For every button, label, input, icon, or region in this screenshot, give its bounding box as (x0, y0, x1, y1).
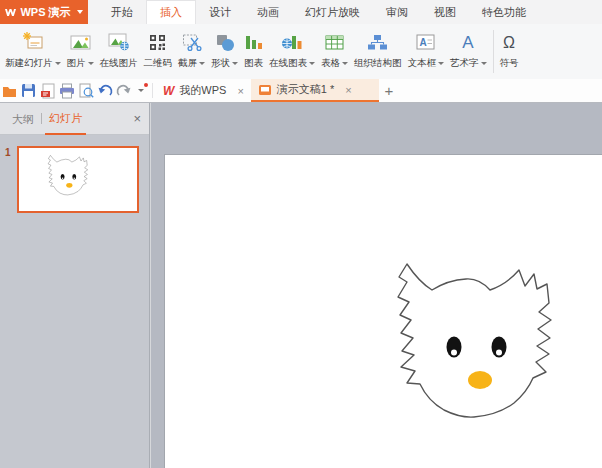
ribbon-button-label: 形状 (211, 57, 230, 70)
ribbon-button-label: 图表 (244, 57, 263, 70)
file-menu-button[interactable] (0, 79, 19, 102)
chevron-down-icon (88, 62, 94, 65)
menu-tab-special-features[interactable]: 特色功能 (469, 0, 539, 24)
ribbon-button-label: 符号 (500, 57, 519, 70)
menu-tab-label: 审阅 (386, 5, 408, 20)
print-preview-button[interactable] (76, 79, 95, 102)
ribbon-button-label: 二维码 (144, 57, 173, 70)
menu-tab-label: 设计 (209, 5, 231, 20)
ribbon-button-label: 在线图片 (100, 57, 138, 70)
tab-label: 我的WPS (179, 83, 226, 98)
menu-tab-review[interactable]: 审阅 (373, 0, 421, 24)
print-preview-icon (78, 83, 94, 99)
qr-code-icon (149, 29, 166, 55)
chevron-down-icon (232, 62, 238, 65)
table-button[interactable]: 表格 (318, 24, 351, 79)
menu-tab-start[interactable]: 开始 (98, 0, 146, 24)
slide-number: 1 (5, 147, 11, 158)
quick-access-and-tabs-bar: W 我的WPS × 演示文稿1 * × + (0, 79, 602, 103)
pdf-icon (40, 83, 55, 99)
menu-tab-label: 视图 (434, 5, 456, 20)
icon-letter: A (420, 37, 427, 48)
icon-letter: Ω (503, 34, 515, 51)
menu-tab-slideshow[interactable]: 幻灯片放映 (292, 0, 373, 24)
cat-drawing[interactable] (386, 255, 556, 425)
ribbon-button-label: 表格 (321, 57, 340, 70)
wps-presentation-window: WPS 演示 开始 插入 设计 动画 幻灯片放映 审阅 视图 特色功能 (0, 0, 602, 468)
text-box-button[interactable]: A 文本框 (405, 24, 448, 79)
presentation-file-icon (258, 83, 272, 97)
menu-tab-insert[interactable]: 插入 (146, 0, 196, 24)
org-chart-button[interactable]: 组织结构图 (351, 24, 405, 79)
wps-home-logo-icon: W (163, 84, 174, 98)
online-chart-icon (281, 29, 303, 55)
online-picture-button[interactable]: 在线图片 (97, 24, 141, 79)
ribbon-insert: 新建幻灯片 图片 (0, 24, 602, 79)
redo-button[interactable] (114, 79, 133, 102)
ribbon-button-label: 图片 (67, 57, 86, 70)
online-picture-icon (108, 29, 130, 55)
menu-tab-label: 动画 (257, 5, 279, 20)
ribbon-button-label: 组织结构图 (354, 57, 402, 70)
picture-button[interactable]: 图片 (64, 24, 97, 79)
print-button[interactable] (57, 79, 76, 102)
close-icon[interactable]: × (237, 85, 243, 97)
save-icon (21, 83, 36, 98)
customize-toolbar-button[interactable] (133, 79, 149, 102)
menu-tab-view[interactable]: 视图 (421, 0, 469, 24)
screenshot-icon (182, 29, 202, 55)
close-icon[interactable]: × (345, 84, 351, 96)
close-icon[interactable]: × (133, 111, 141, 126)
screenshot-button[interactable]: 截屏 (175, 24, 208, 79)
icon-letter: A (463, 33, 475, 52)
wps-logo-icon (5, 8, 16, 17)
slide[interactable] (165, 155, 602, 468)
save-button[interactable] (19, 79, 38, 102)
ribbon-button-label: 文本框 (408, 57, 437, 70)
word-art-icon: A (459, 29, 477, 55)
slides-panel: 大纲 幻灯片 × 1 (0, 103, 150, 468)
ribbon-group-separator (493, 30, 494, 73)
tab-my-wps[interactable]: W 我的WPS × (156, 79, 251, 102)
menu-tab-design[interactable]: 设计 (196, 0, 244, 24)
undo-button[interactable] (95, 79, 114, 102)
ribbon-button-label: 截屏 (178, 57, 197, 70)
qr-code-button[interactable]: 二维码 (141, 24, 176, 79)
export-pdf-button[interactable] (38, 79, 57, 102)
chart-button[interactable]: 图表 (241, 24, 266, 79)
panel-header: 大纲 幻灯片 × (0, 103, 149, 135)
table-icon (325, 29, 344, 55)
ribbon-button-label: 在线图表 (269, 57, 307, 70)
menu-tab-strip: 开始 插入 设计 动画 幻灯片放映 审阅 视图 特色功能 (98, 0, 539, 24)
app-title: WPS 演示 (20, 5, 70, 20)
chevron-down-icon (438, 62, 444, 65)
shapes-icon (215, 29, 235, 55)
chevron-down-icon (77, 10, 83, 14)
ribbon-button-label: 新建幻灯片 (5, 57, 53, 70)
tab-outline[interactable]: 大纲 (8, 103, 38, 134)
word-art-button[interactable]: A 艺术字 (447, 24, 490, 79)
undo-icon (97, 83, 113, 99)
chevron-down-icon (199, 62, 205, 65)
editing-canvas[interactable] (150, 103, 602, 468)
chevron-down-icon (55, 62, 61, 65)
new-tab-button[interactable]: + (379, 79, 399, 102)
online-chart-button[interactable]: 在线图表 (266, 24, 318, 79)
menu-tab-animation[interactable]: 动画 (244, 0, 292, 24)
chart-icon (244, 29, 263, 55)
new-slide-button[interactable]: 新建幻灯片 (2, 24, 64, 79)
new-slide-icon (21, 29, 45, 55)
shapes-button[interactable]: 形状 (208, 24, 241, 79)
org-chart-icon (367, 29, 388, 55)
ribbon-button-label: 艺术字 (450, 57, 479, 70)
menu-tab-label: 开始 (111, 5, 133, 20)
symbol-button[interactable]: Ω 符号 (497, 24, 522, 79)
main-area: 大纲 幻灯片 × 1 (0, 103, 602, 468)
slide-thumbnail[interactable] (17, 146, 139, 213)
tab-presentation1[interactable]: 演示文稿1 * × (251, 79, 379, 102)
folder-icon (2, 84, 17, 98)
tab-slides[interactable]: 幻灯片 (45, 102, 86, 135)
menu-tab-label: 幻灯片放映 (305, 5, 360, 20)
menu-tab-label: 插入 (160, 5, 182, 20)
app-menu-button[interactable]: WPS 演示 (0, 0, 88, 24)
